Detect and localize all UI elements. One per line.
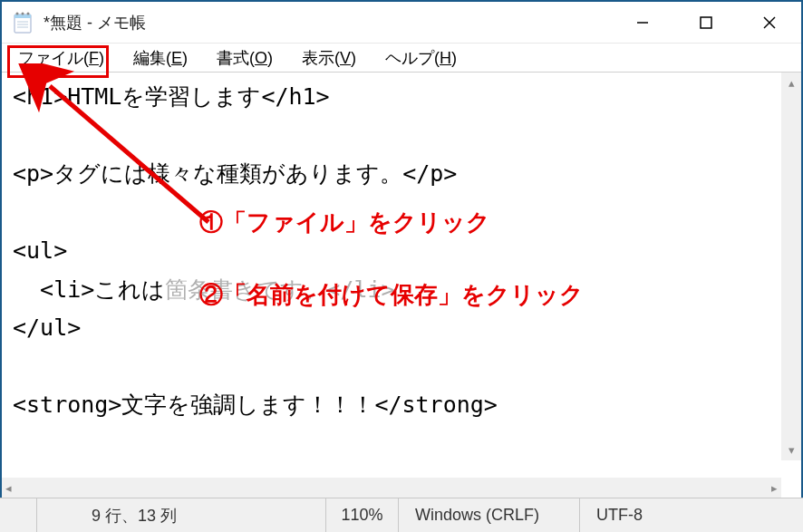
menu-format[interactable]: 書式(O) [211, 45, 278, 71]
status-position: 9 行、13 列 [36, 498, 326, 532]
notepad-icon [13, 11, 33, 34]
menu-help[interactable]: ヘルプ(H) [380, 45, 462, 71]
editor-line-part: <li>これは [13, 276, 165, 303]
editor-line [13, 117, 790, 156]
status-encoding: UTF-8 [580, 498, 803, 532]
window-title: *無題 - メモ帳 [44, 12, 611, 34]
status-zoom: 110% [326, 498, 399, 532]
statusbar: 9 行、13 列 110% Windows (CRLF) UTF-8 [0, 498, 803, 532]
editor-content[interactable]: <h1>HTMLを学習します</h1> <p>タグには様々な種類があります。</… [2, 73, 801, 460]
menu-help-mnemonic: H [440, 49, 451, 67]
scroll-up-icon[interactable]: ▴ [785, 73, 798, 93]
menu-file[interactable]: ファイル(F) [13, 45, 110, 71]
minimize-button[interactable] [611, 2, 674, 44]
menu-edit-mnemonic: E [171, 49, 182, 67]
svg-point-2 [16, 12, 19, 15]
editor-line: <h1>HTMLを学習します</h1> [13, 78, 790, 117]
close-button[interactable] [738, 2, 801, 44]
editor-line: <strong>文字を強調します！！！</strong> [13, 386, 790, 425]
menu-format-label: 書式 [217, 49, 249, 67]
menu-help-label: ヘルプ [385, 49, 434, 67]
menu-format-mnemonic: O [255, 49, 267, 67]
menu-view-mnemonic: V [340, 49, 351, 67]
svg-point-3 [22, 12, 24, 15]
scroll-down-icon[interactable]: ▾ [785, 440, 798, 460]
annotation-step-2: ②「名前を付けて保存」をクリック [199, 279, 584, 311]
scroll-right-icon[interactable]: ▸ [768, 478, 781, 498]
vertical-scrollbar[interactable]: ▴ ▾ [781, 73, 801, 460]
menu-edit-label: 編集 [133, 49, 166, 67]
editor-line: <p>タグには様々な種類があります。</p> [13, 155, 790, 194]
menu-file-label: ファイル [18, 49, 83, 67]
menu-edit[interactable]: 編集(E) [128, 45, 193, 71]
window-controls [611, 2, 801, 43]
status-line-ending: Windows (CRLF) [399, 498, 580, 532]
horizontal-scrollbar[interactable]: ◂ ▸ [2, 478, 781, 498]
annotation-step-1: ①「ファイル」をクリック [199, 207, 490, 238]
menu-file-mnemonic: F [89, 49, 99, 67]
editor-line: </ul> [13, 309, 790, 348]
editor-line [13, 348, 790, 387]
svg-rect-1 [15, 15, 31, 18]
svg-rect-9 [701, 17, 711, 28]
menu-view-label: 表示 [302, 49, 334, 67]
titlebar: *無題 - メモ帳 [2, 2, 801, 44]
menubar: ファイル(F) 編集(E) 書式(O) 表示(V) ヘルプ(H) [2, 44, 801, 73]
svg-point-4 [27, 12, 30, 15]
scroll-left-icon[interactable]: ◂ [2, 478, 15, 498]
menu-view[interactable]: 表示(V) [296, 45, 362, 71]
maximize-button[interactable] [674, 2, 738, 44]
